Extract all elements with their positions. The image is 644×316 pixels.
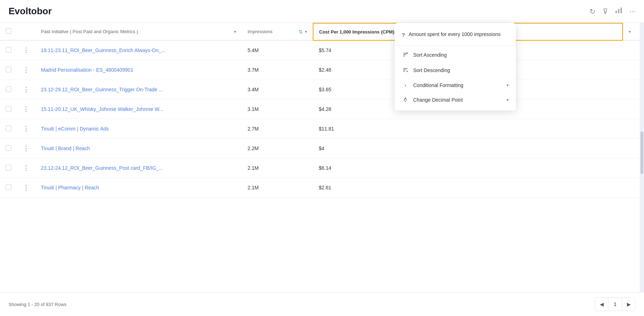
select-all-checkbox[interactable] bbox=[6, 28, 11, 34]
popup-description: ? Amount spent for every 1000 impression… bbox=[395, 26, 516, 44]
prev-page-button[interactable]: ◀ bbox=[595, 298, 608, 311]
header-actions: ↻ ⊽ ··· bbox=[590, 7, 635, 16]
header-campaign: Paid Initiative ( Post Paid and Organic … bbox=[35, 23, 242, 40]
row-dots-4[interactable]: ⋮ bbox=[23, 125, 30, 132]
pagination: ◀ 1 ▶ bbox=[595, 297, 635, 311]
impressions-cell-0: 5.4M bbox=[242, 40, 313, 60]
header-menu bbox=[17, 23, 35, 40]
row-check-7 bbox=[0, 178, 17, 198]
conditional-formatting-item[interactable]: › Conditional Formatting ▾ bbox=[395, 78, 516, 92]
row-checkbox-1[interactable] bbox=[6, 67, 11, 72]
svg-rect-2 bbox=[620, 7, 622, 13]
table-header-row: Paid Initiative ( Post Paid and Organic … bbox=[0, 23, 644, 40]
campaign-col-label: Paid Initiative ( Post Paid and Organic … bbox=[41, 29, 232, 34]
conditional-formatting-icon: › bbox=[402, 82, 409, 88]
more-icon[interactable]: ··· bbox=[629, 7, 635, 15]
change-decimal-item[interactable]: Change Decimal Point ▾ bbox=[395, 92, 516, 108]
row-menu-2[interactable]: ⋮ bbox=[17, 80, 35, 100]
table-row: ⋮ Tinuiti | Brand | Reach 2.2M $4 bbox=[0, 139, 644, 158]
row-menu-6[interactable]: ⋮ bbox=[17, 158, 35, 178]
impressions-cell-6: 2.1M bbox=[242, 158, 313, 178]
rows-showing-text: Showing 1 - 20 of 837 Rows bbox=[9, 302, 67, 307]
campaign-cell-4[interactable]: Tinuiti | eComm | Dynamic Ads bbox=[35, 119, 242, 139]
row-checkbox-6[interactable] bbox=[6, 165, 11, 170]
impressions-chevron-icon[interactable]: ▾ bbox=[305, 29, 307, 34]
impressions-cell-7: 2.1M bbox=[242, 178, 313, 198]
change-decimal-icon bbox=[402, 97, 409, 103]
popup-description-text: Amount spent for every 1000 impressions bbox=[409, 31, 500, 38]
header-impressions: Impressions ⇅ ▾ bbox=[242, 23, 313, 40]
next-page-button[interactable]: ▶ bbox=[622, 298, 635, 311]
table-row: ⋮ Tinuiti | eComm | Dynamic Ads 2.7M $11… bbox=[0, 119, 644, 139]
cpm-cell-7: $2.61 bbox=[313, 178, 623, 198]
header-check bbox=[0, 23, 17, 40]
table-row: ⋮ 23.12-29.12_ROI_Beer_Guinness_Trigger … bbox=[0, 80, 644, 100]
row-dots-6[interactable]: ⋮ bbox=[23, 164, 30, 172]
main-content: Paid Initiative ( Post Paid and Organic … bbox=[0, 23, 644, 292]
campaign-cell-2[interactable]: 23.12-29.12_ROI_Beer_Guinness_Trigger On… bbox=[35, 80, 242, 100]
campaign-cell-3[interactable]: 15.11-20.12_UK_Whisky_Johnnie Walker_Joh… bbox=[35, 100, 242, 119]
conditional-formatting-label: Conditional Formatting bbox=[413, 82, 502, 88]
sort-descending-label: Sort Descending bbox=[413, 67, 509, 73]
row-menu-5[interactable]: ⋮ bbox=[17, 139, 35, 158]
table-row: ⋮ 15.11-20.12_UK_Whisky_Johnnie Walker_J… bbox=[0, 100, 644, 119]
row-check-4 bbox=[0, 119, 17, 139]
svg-rect-0 bbox=[616, 11, 617, 13]
table-body: ⋮ 19.11-23.11_ROI_Beer_Guinness_Enrich A… bbox=[0, 40, 644, 198]
row-check-6 bbox=[0, 158, 17, 178]
row-checkbox-0[interactable] bbox=[6, 47, 11, 53]
popup-divider-1 bbox=[395, 46, 516, 46]
campaign-cell-7[interactable]: Tinuiti | Pharmacy | Reach bbox=[35, 178, 242, 198]
row-menu-7[interactable]: ⋮ bbox=[17, 178, 35, 198]
sort-descending-item[interactable]: Sort Descending bbox=[395, 63, 516, 78]
campaign-chevron-icon[interactable]: ▾ bbox=[234, 29, 236, 34]
campaign-cell-0[interactable]: 19.11-23.11_ROI_Beer_Guinness_Enrich Alw… bbox=[35, 40, 242, 60]
impressions-col-label: Impressions bbox=[248, 29, 296, 34]
change-decimal-label: Change Decimal Point bbox=[413, 97, 502, 103]
row-dots-5[interactable]: ⋮ bbox=[23, 145, 30, 152]
row-checkbox-2[interactable] bbox=[6, 86, 11, 92]
row-dots-1[interactable]: ⋮ bbox=[23, 66, 30, 73]
current-page: 1 bbox=[608, 298, 622, 311]
impressions-sort-icon[interactable]: ⇅ bbox=[298, 29, 303, 35]
row-check-1 bbox=[0, 60, 17, 80]
cpm-cell-6: $6.14 bbox=[313, 158, 623, 178]
row-checkbox-7[interactable] bbox=[6, 184, 11, 190]
row-dots-0[interactable]: ⋮ bbox=[23, 47, 30, 54]
table-container: Paid Initiative ( Post Paid and Organic … bbox=[0, 23, 644, 292]
row-dots-3[interactable]: ⋮ bbox=[23, 106, 30, 113]
row-dots-2[interactable]: ⋮ bbox=[23, 86, 30, 93]
chart-icon[interactable] bbox=[615, 7, 622, 15]
row-menu-3[interactable]: ⋮ bbox=[17, 100, 35, 119]
row-menu-4[interactable]: ⋮ bbox=[17, 119, 35, 139]
row-menu-0[interactable]: ⋮ bbox=[17, 40, 35, 60]
campaign-cell-5[interactable]: Tinuiti | Brand | Reach bbox=[35, 139, 242, 158]
campaign-cell-6[interactable]: 23.12-24.12_ROI_Beer_Guinness_Post card_… bbox=[35, 158, 242, 178]
table-row: ⋮ 23.12-24.12_ROI_Beer_Guinness_Post car… bbox=[0, 158, 644, 178]
row-checkbox-3[interactable] bbox=[6, 106, 11, 112]
refresh-icon[interactable]: ↻ bbox=[590, 7, 596, 16]
table-row: ⋮ Tinuiti | Pharmacy | Reach 2.1M $2.61 bbox=[0, 178, 644, 198]
campaign-cell-1[interactable]: Madrid Personalisation - ES_4800409901 bbox=[35, 60, 242, 80]
filter-icon[interactable]: ⊽ bbox=[603, 7, 608, 16]
row-menu-1[interactable]: ⋮ bbox=[17, 60, 35, 80]
row-dots-7[interactable]: ⋮ bbox=[23, 184, 30, 191]
cpm-chevron-icon[interactable]: ▾ bbox=[629, 29, 631, 34]
svg-point-9 bbox=[405, 101, 406, 102]
impressions-cell-3: 3.1M bbox=[242, 100, 313, 119]
table-row: ⋮ 19.11-23.11_ROI_Beer_Guinness_Enrich A… bbox=[0, 40, 644, 60]
app-title: Evoltobor bbox=[9, 6, 52, 17]
row-checkbox-4[interactable] bbox=[6, 126, 11, 131]
row-check-5 bbox=[0, 139, 17, 158]
column-dropdown-popup: ? Amount spent for every 1000 impression… bbox=[395, 23, 516, 111]
impressions-cell-4: 2.7M bbox=[242, 119, 313, 139]
change-decimal-chevron: ▾ bbox=[507, 97, 509, 102]
table-footer: Showing 1 - 20 of 837 Rows ◀ 1 ▶ bbox=[0, 292, 644, 316]
cpm-cell-4: $11.81 bbox=[313, 119, 623, 139]
cpm-cell-5: $4 bbox=[313, 139, 623, 158]
row-checkbox-5[interactable] bbox=[6, 145, 11, 151]
conditional-formatting-chevron: ▾ bbox=[507, 83, 509, 88]
row-check-0 bbox=[0, 40, 17, 60]
scrollbar-thumb[interactable] bbox=[640, 131, 643, 174]
sort-ascending-item[interactable]: Sort Ascending bbox=[395, 47, 516, 63]
